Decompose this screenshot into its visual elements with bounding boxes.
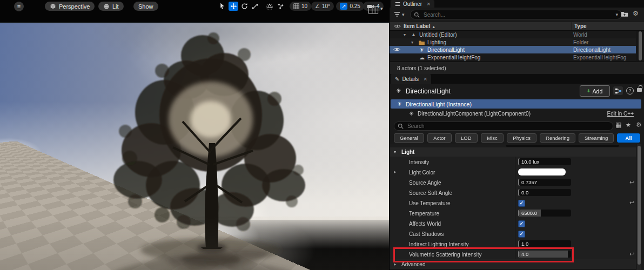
property-row-source-angle[interactable]: Source Angle 0.7357 ↩ (390, 177, 636, 188)
close-icon[interactable]: × (427, 1, 430, 7)
details-scrollbar[interactable] (638, 146, 641, 265)
select-tool-button[interactable] (218, 2, 227, 11)
rotate-tool-button[interactable] (240, 2, 249, 11)
favorites-button[interactable]: ★ (626, 122, 631, 129)
level-viewport[interactable]: ≡ Perspective Lit Show (0, 0, 389, 270)
details-settings-button[interactable]: ⚙ (636, 121, 642, 129)
outliner-scrollbar[interactable] (639, 31, 642, 60)
expand-arrow-icon[interactable]: ▾ (404, 32, 406, 37)
edit-in-cpp-link[interactable]: Edit in C++ (607, 111, 634, 117)
category-all[interactable]: All (617, 133, 640, 143)
cast-shadows-checkbox[interactable]: ✓ (518, 231, 525, 238)
property-label: Source Angle (409, 180, 441, 186)
filter-button[interactable] (394, 11, 400, 18)
category-actor[interactable]: Actor (427, 133, 452, 143)
section-collapse-icon[interactable]: ▾ (394, 150, 396, 154)
new-folder-button[interactable] (621, 11, 628, 18)
visibility-column-eye-icon[interactable] (394, 24, 401, 30)
close-icon[interactable]: × (424, 76, 427, 82)
category-lod[interactable]: LOD (455, 133, 478, 143)
expand-icon[interactable]: ▸ (394, 169, 397, 174)
details-search-input[interactable] (406, 123, 609, 130)
category-rendering[interactable]: Rendering (540, 133, 575, 143)
viewport-options-button[interactable]: ≡ (14, 2, 24, 11)
check-icon: ✓ (520, 231, 524, 237)
category-general[interactable]: General (394, 133, 424, 143)
add-label: Add (593, 88, 603, 94)
temperature-slider[interactable]: 6500.0 (518, 210, 571, 217)
tab-outliner[interactable]: Outliner × (391, 0, 434, 8)
light-color-swatch[interactable] (518, 168, 566, 176)
property-label: Indirect Lighting Intensity (409, 241, 469, 247)
help-button[interactable]: ? (626, 87, 634, 94)
indirect-lighting-intensity-input[interactable]: 1.0 (518, 240, 571, 247)
row-type: Folder (573, 39, 588, 45)
property-row-use-temperature[interactable]: Use Temperature ✓ ↩ (390, 198, 636, 208)
expand-arrow-icon[interactable]: ▾ (411, 40, 413, 45)
category-physics[interactable]: Physics (507, 133, 536, 143)
outliner-search[interactable]: ▾ (410, 10, 622, 19)
gear-icon: ⚙ (633, 10, 639, 17)
property-row-intensity[interactable]: Intensity 10.0 lux (390, 157, 636, 167)
filter-chevron-icon[interactable]: ▾ (402, 12, 405, 17)
reset-icon[interactable]: ↩ (629, 251, 634, 258)
row-type: World (573, 32, 587, 38)
display-filter-button[interactable]: ▦ (615, 121, 621, 129)
row-type: ExponentialHeightFog (573, 55, 626, 60)
actor-snapping-button[interactable] (276, 2, 285, 11)
tab-details[interactable]: ✎ Details × (391, 74, 431, 84)
reset-icon[interactable]: ↩ (629, 199, 634, 206)
affects-world-checkbox[interactable]: ✓ (518, 220, 525, 227)
category-filter-bar: General Actor LOD Misc Physics Rendering… (394, 133, 640, 142)
intensity-input[interactable]: 10.0 lux (518, 158, 571, 165)
lock-button[interactable] (637, 85, 642, 92)
use-temperature-checkbox[interactable]: ✓ (518, 200, 525, 207)
surface-snapping-button[interactable] (265, 2, 274, 11)
scale-tool-button[interactable] (250, 2, 259, 11)
category-streaming[interactable]: Streaming (579, 133, 614, 143)
world-icon: ▲ (411, 32, 416, 37)
property-row-cast-shadows[interactable]: Cast Shadows ✓ (390, 228, 636, 239)
outliner-search-input[interactable] (422, 11, 613, 18)
outliner-row-world[interactable]: ▾ ▲ Untitled (Editor) World (390, 31, 636, 38)
source-angle-input[interactable]: 0.7357 (518, 179, 571, 186)
lock-icon (637, 88, 642, 92)
blueprint-button[interactable] (613, 86, 623, 95)
layout-chevron-icon[interactable]: ▾ (380, 6, 383, 11)
component-row-instance[interactable]: ☀ DirectionalLight (Instance) (391, 99, 641, 109)
eye-icon[interactable] (393, 47, 400, 53)
scale-snap-button[interactable]: ↗ 0.25 (336, 2, 364, 11)
viewport-render[interactable] (0, 23, 389, 270)
property-label: Intensity (409, 159, 429, 165)
source-soft-angle-input[interactable]: 0.0 (518, 189, 571, 196)
lit-button[interactable]: Lit (98, 2, 124, 11)
show-button[interactable]: Show (133, 2, 158, 11)
add-component-button[interactable]: + Add (580, 85, 610, 97)
details-search[interactable] (394, 122, 613, 131)
reset-icon[interactable]: ↩ (629, 179, 634, 186)
component-row-lightcomponent[interactable]: ☀ DirectionalLightComponent (LightCompon… (391, 109, 641, 118)
layout-grid-icon (368, 6, 379, 14)
outliner-row-directionallight[interactable]: ☀ DirectionalLight DirectionalLight (390, 46, 636, 53)
property-row-temperature[interactable]: Temperature 6500.0 (390, 208, 636, 219)
column-item-label[interactable]: Item Label ▲ (404, 23, 435, 29)
viewport-layout-button[interactable] (367, 4, 380, 15)
property-row-affects-world[interactable]: Affects World ✓ (390, 218, 636, 229)
outliner-row-heightfog[interactable]: ☁ ExponentialHeightFog ExponentialHeight… (390, 53, 636, 61)
right-dock: Outliner × ▾ ▾ ⚙ (389, 0, 644, 270)
property-row-source-soft-angle[interactable]: Source Soft Angle 0.0 (390, 187, 636, 198)
blueprint-nodes-icon (615, 88, 622, 94)
grid-snap-button[interactable]: 10 (290, 2, 311, 11)
column-divider[interactable] (572, 22, 572, 30)
search-combo-chevron-icon[interactable]: ▾ (615, 12, 618, 17)
section-light[interactable]: ▾ Light (390, 147, 636, 157)
outliner-settings-button[interactable]: ⚙ (633, 10, 639, 17)
category-misc[interactable]: Misc (481, 133, 504, 143)
perspective-button[interactable]: Perspective (45, 2, 95, 11)
rotation-snap-button[interactable]: ∠ 10° (311, 2, 334, 11)
scale-snap-icon: ↗ (340, 3, 347, 10)
outliner-row-lighting[interactable]: ▾ Lighting Folder (390, 38, 636, 46)
property-row-light-color[interactable]: ▸ Light Color (390, 167, 636, 178)
move-tool-button[interactable] (229, 2, 238, 11)
column-type[interactable]: Type (574, 23, 587, 29)
